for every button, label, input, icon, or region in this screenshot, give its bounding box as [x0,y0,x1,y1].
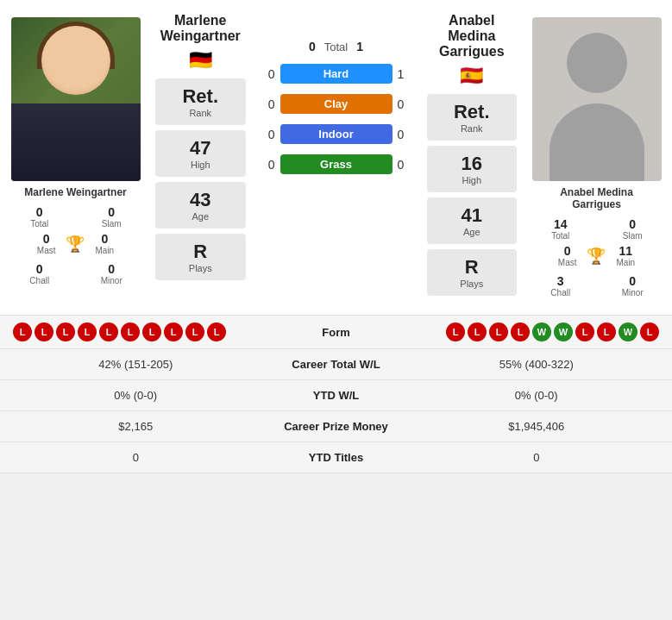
right-mast-label: Mast [558,258,577,267]
form-badge-w: W [554,323,573,341]
right-age-box: 41 Age [427,197,518,244]
left-total-label: Total [30,219,48,229]
grass-right-score: 0 [393,158,418,172]
left-bottom-stats: 0 Chall 0 Minor [9,262,142,285]
right-total-stat: 14 Total [530,217,592,241]
right-mast-value: 0 [564,244,571,258]
right-plays-label: Plays [437,279,507,289]
grass-row: 0 Grass 0 [254,154,418,174]
indoor-left-score: 0 [254,128,280,141]
right-main-value: 11 [619,244,633,258]
center-col: 0 Total 1 0 Hard 1 0 Clay 0 0 Indoor 0 [250,9,423,306]
right-high-label: High [437,175,507,185]
clay-surface-btn[interactable]: Clay [280,94,393,114]
right-chall-label: Chall [550,288,570,297]
grass-surface-btn[interactable]: Grass [280,154,393,174]
form-badge-w: W [619,323,637,341]
hard-surface-btn[interactable]: Hard [280,64,393,84]
left-age-box: 43 Age [155,182,246,229]
indoor-right-score: 0 [393,128,418,141]
left-slam-value: 0 [108,205,115,219]
left-age-label: Age [166,211,236,222]
form-badge-l: L [185,323,204,341]
form-badge-l: L [640,323,659,341]
indoor-surface-btn[interactable]: Indoor [280,124,393,144]
right-main-stat: 11 Main [616,244,635,267]
right-trophy-icon: 🏆 [587,247,606,266]
left-high-value: 47 [166,137,236,160]
left-minor-value: 0 [108,262,115,276]
right-chall-stat: 3 Chall [530,274,592,297]
right-form-badges: LLLLWWLLWL [388,323,660,341]
total-label: Total [324,41,348,53]
form-badge-l: L [13,323,32,341]
total-row: 0 Total 1 [254,40,418,53]
left-mast-value: 0 [43,232,50,246]
clay-left-score: 0 [254,97,280,111]
stats-label-2: Career Prize Money [259,420,414,433]
right-rank-label: Rank [437,123,507,134]
form-badge-w: W [532,323,551,341]
left-below-stats: 0 Total 0 Slam [9,205,142,229]
stats-left-3: 0 [13,451,259,464]
form-badge-l: L [597,323,616,341]
stats-row-0: 42% (151-205)Career Total W/L55% (400-32… [0,349,672,380]
hard-row: 0 Hard 1 [254,64,418,84]
stats-left-1: 0% (0-0) [13,389,259,402]
left-player-panel: Marlene Weingartner 0 Total 0 Slam 0 Mas… [0,9,151,306]
indoor-row: 0 Indoor 0 [254,124,418,144]
form-badge-l: L [121,323,140,341]
right-stats-col: Anabel MedinaGarrigues 🇪🇸 Ret. Rank 16 H… [423,9,522,306]
right-rank-box: Ret. Rank [427,94,518,141]
body-decoration [11,103,141,181]
right-total-value: 14 [554,217,568,231]
clay-right-score: 0 [393,97,418,111]
left-stats-col: MarleneWeingartner 🇩🇪 Ret. Rank 47 High … [151,9,250,306]
main-container: Marlene Weingartner 0 Total 0 Slam 0 Mas… [0,0,672,473]
left-mast-label: Mast [37,246,56,255]
form-badge-l: L [35,323,53,341]
right-bottom-stats: 3 Chall 0 Minor [530,274,663,297]
left-trophy-row: 0 Mast 🏆 0 Main [37,232,114,255]
left-plays-value: R [166,241,236,263]
left-chall-label: Chall [29,276,49,285]
left-mast-stat: 0 Mast [37,232,56,255]
left-main-label: Main [95,246,114,255]
silhouette-head [567,33,627,93]
left-rank-value: Ret. [166,85,236,108]
right-below-stats: 14 Total 0 Slam [530,217,663,241]
right-main-label: Main [616,258,635,267]
left-plays-label: Plays [166,263,236,273]
right-age-label: Age [437,227,507,237]
right-trophy-row: 0 Mast 🏆 11 Main [558,244,635,267]
left-main-stat: 0 Main [95,232,114,255]
form-badge-l: L [511,323,530,341]
stats-left-2: $2,165 [13,420,259,433]
right-slam-label: Slam [623,231,643,241]
right-high-value: 16 [437,153,507,175]
left-form-badges: LLLLLLLLLL [13,323,285,341]
left-total-stat: 0 Total [9,205,71,229]
left-slam-stat: 0 Slam [81,205,143,229]
clay-row: 0 Clay 0 [254,94,418,114]
left-rank-box: Ret. Rank [155,78,246,125]
left-player-photo [11,17,141,181]
stats-left-0: 42% (151-205) [13,358,259,371]
stats-right-2: $1,945,406 [414,420,660,433]
form-badge-l: L [489,323,508,341]
form-label: Form [285,326,388,339]
stats-row-3: 0YTD Titles0 [0,442,672,473]
left-high-label: High [166,160,236,170]
right-slam-value: 0 [629,217,636,231]
form-badge-l: L [78,323,97,341]
face-decoration [41,26,110,95]
right-mast-stat: 0 Mast [558,244,577,267]
left-player-name-below: Marlene Weingartner [24,186,126,198]
form-badge-l: L [446,323,465,341]
right-flag: 🇪🇸 [460,65,483,87]
right-minor-stat: 0 Minor [602,274,664,297]
stats-label-0: Career Total W/L [259,358,414,371]
top-section: Marlene Weingartner 0 Total 0 Slam 0 Mas… [0,0,672,315]
left-plays-box: R Plays [155,234,246,280]
form-badge-l: L [99,323,118,341]
